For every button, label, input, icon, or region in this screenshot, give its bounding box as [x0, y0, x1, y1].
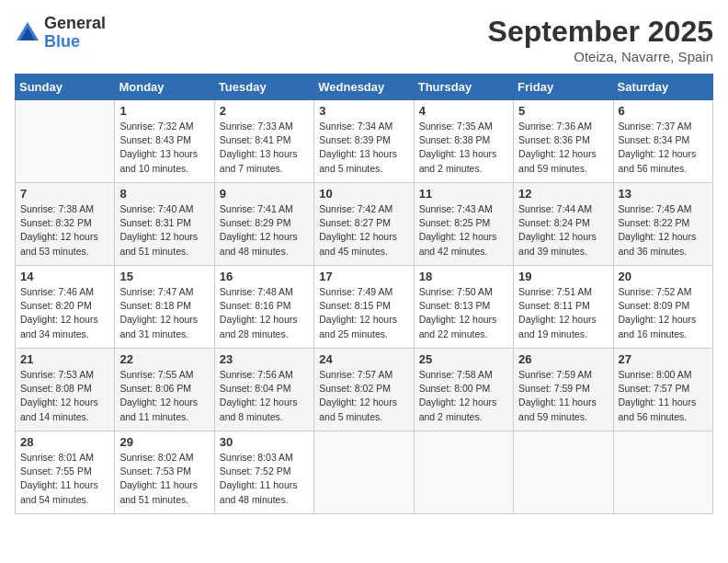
logo: General Blue	[15, 15, 106, 52]
cell-info: Sunrise: 7:41 AM Sunset: 8:29 PM Dayligh…	[220, 202, 309, 259]
day-number: 18	[419, 270, 508, 283]
calendar-cell: 28Sunrise: 8:01 AM Sunset: 7:55 PM Dayli…	[16, 431, 115, 514]
calendar-cell: 12Sunrise: 7:44 AM Sunset: 8:24 PM Dayli…	[514, 183, 613, 266]
calendar-table: SundayMondayTuesdayWednesdayThursdayFrid…	[15, 74, 713, 514]
cell-info: Sunrise: 7:53 AM Sunset: 8:08 PM Dayligh…	[20, 368, 109, 424]
cell-info: Sunrise: 7:33 AM Sunset: 8:41 PM Dayligh…	[220, 120, 309, 176]
logo-general-text: General	[44, 15, 106, 33]
day-number: 16	[220, 270, 309, 283]
day-number: 9	[220, 187, 309, 201]
day-number: 21	[20, 352, 109, 366]
logo-blue-text: Blue	[44, 33, 106, 52]
day-number: 3	[319, 104, 408, 118]
calendar-cell: 7Sunrise: 7:38 AM Sunset: 8:32 PM Daylig…	[16, 183, 115, 266]
calendar-cell: 1Sunrise: 7:32 AM Sunset: 8:43 PM Daylig…	[115, 100, 214, 183]
day-number: 4	[419, 104, 508, 118]
day-number: 13	[619, 187, 708, 201]
cell-info: Sunrise: 7:55 AM Sunset: 8:06 PM Dayligh…	[119, 368, 209, 424]
cell-info: Sunrise: 7:40 AM Sunset: 8:31 PM Dayligh…	[119, 202, 209, 259]
calendar-cell: 16Sunrise: 7:48 AM Sunset: 8:16 PM Dayli…	[214, 266, 313, 349]
cell-info: Sunrise: 7:57 AM Sunset: 8:02 PM Dayligh…	[319, 368, 408, 424]
week-row-2: 7Sunrise: 7:38 AM Sunset: 8:32 PM Daylig…	[16, 183, 713, 266]
calendar-cell: 10Sunrise: 7:42 AM Sunset: 8:27 PM Dayli…	[314, 183, 414, 266]
calendar-cell: 9Sunrise: 7:41 AM Sunset: 8:29 PM Daylig…	[214, 183, 313, 266]
calendar-cell: 8Sunrise: 7:40 AM Sunset: 8:31 PM Daylig…	[115, 183, 214, 266]
day-number: 5	[518, 104, 608, 118]
calendar-cell: 27Sunrise: 8:00 AM Sunset: 7:57 PM Dayli…	[613, 349, 712, 431]
calendar-cell: 22Sunrise: 7:55 AM Sunset: 8:06 PM Dayli…	[115, 349, 214, 431]
cell-info: Sunrise: 7:38 AM Sunset: 8:32 PM Dayligh…	[20, 202, 109, 259]
header-wednesday: Wednesday	[314, 75, 414, 100]
calendar-cell: 14Sunrise: 7:46 AM Sunset: 8:20 PM Dayli…	[16, 266, 115, 349]
week-row-1: 1Sunrise: 7:32 AM Sunset: 8:43 PM Daylig…	[16, 100, 713, 183]
cell-info: Sunrise: 7:34 AM Sunset: 8:39 PM Dayligh…	[319, 120, 408, 176]
header-thursday: Thursday	[414, 75, 513, 100]
calendar-cell: 13Sunrise: 7:45 AM Sunset: 8:22 PM Dayli…	[613, 183, 712, 266]
title-block: September 2025 Oteiza, Navarre, Spain	[488, 15, 713, 64]
week-row-5: 28Sunrise: 8:01 AM Sunset: 7:55 PM Dayli…	[16, 431, 713, 514]
calendar-cell: 15Sunrise: 7:47 AM Sunset: 8:18 PM Dayli…	[115, 266, 214, 349]
cell-info: Sunrise: 7:58 AM Sunset: 8:00 PM Dayligh…	[419, 368, 508, 424]
week-row-4: 21Sunrise: 7:53 AM Sunset: 8:08 PM Dayli…	[16, 349, 713, 431]
day-number: 17	[319, 270, 408, 283]
cell-info: Sunrise: 7:59 AM Sunset: 7:59 PM Dayligh…	[518, 368, 608, 424]
cell-info: Sunrise: 8:00 AM Sunset: 7:57 PM Dayligh…	[619, 368, 708, 424]
day-number: 27	[619, 352, 708, 366]
header-monday: Monday	[115, 75, 214, 100]
calendar-cell: 24Sunrise: 7:57 AM Sunset: 8:02 PM Dayli…	[314, 349, 414, 431]
cell-info: Sunrise: 7:50 AM Sunset: 8:13 PM Dayligh…	[419, 285, 508, 341]
day-number: 15	[119, 270, 209, 283]
calendar-cell: 21Sunrise: 7:53 AM Sunset: 8:08 PM Dayli…	[16, 349, 115, 431]
calendar-cell	[514, 431, 613, 514]
cell-info: Sunrise: 7:36 AM Sunset: 8:36 PM Dayligh…	[518, 120, 608, 176]
header-sunday: Sunday	[16, 75, 115, 100]
calendar-cell	[16, 100, 115, 183]
week-row-3: 14Sunrise: 7:46 AM Sunset: 8:20 PM Dayli…	[16, 266, 713, 349]
cell-info: Sunrise: 7:43 AM Sunset: 8:25 PM Dayligh…	[419, 202, 508, 259]
day-number: 8	[119, 187, 209, 201]
calendar-cell: 20Sunrise: 7:52 AM Sunset: 8:09 PM Dayli…	[613, 266, 712, 349]
cell-info: Sunrise: 7:56 AM Sunset: 8:04 PM Dayligh…	[220, 368, 309, 424]
calendar-cell: 30Sunrise: 8:03 AM Sunset: 7:52 PM Dayli…	[214, 431, 313, 514]
header-friday: Friday	[514, 75, 613, 100]
cell-info: Sunrise: 7:47 AM Sunset: 8:18 PM Dayligh…	[119, 285, 209, 341]
day-number: 6	[619, 104, 708, 118]
calendar-cell: 23Sunrise: 7:56 AM Sunset: 8:04 PM Dayli…	[214, 349, 313, 431]
day-number: 23	[220, 352, 309, 366]
cell-info: Sunrise: 7:48 AM Sunset: 8:16 PM Dayligh…	[220, 285, 309, 341]
calendar-cell: 4Sunrise: 7:35 AM Sunset: 8:38 PM Daylig…	[414, 100, 513, 183]
cell-info: Sunrise: 7:49 AM Sunset: 8:15 PM Dayligh…	[319, 285, 408, 341]
calendar-cell: 18Sunrise: 7:50 AM Sunset: 8:13 PM Dayli…	[414, 266, 513, 349]
calendar-cell: 25Sunrise: 7:58 AM Sunset: 8:00 PM Dayli…	[414, 349, 513, 431]
day-number: 12	[518, 187, 608, 201]
calendar-cell	[613, 431, 712, 514]
calendar-cell: 2Sunrise: 7:33 AM Sunset: 8:41 PM Daylig…	[214, 100, 313, 183]
day-number: 29	[119, 435, 209, 449]
day-number: 11	[419, 187, 508, 201]
cell-info: Sunrise: 7:51 AM Sunset: 8:11 PM Dayligh…	[518, 285, 608, 341]
calendar-cell: 26Sunrise: 7:59 AM Sunset: 7:59 PM Dayli…	[514, 349, 613, 431]
calendar-cell	[314, 431, 414, 514]
header-saturday: Saturday	[613, 75, 712, 100]
cell-info: Sunrise: 8:02 AM Sunset: 7:53 PM Dayligh…	[119, 451, 209, 507]
day-number: 22	[119, 352, 209, 366]
cell-info: Sunrise: 7:32 AM Sunset: 8:43 PM Dayligh…	[119, 120, 209, 176]
calendar-cell: 3Sunrise: 7:34 AM Sunset: 8:39 PM Daylig…	[314, 100, 414, 183]
cell-info: Sunrise: 7:44 AM Sunset: 8:24 PM Dayligh…	[518, 202, 608, 259]
cell-info: Sunrise: 7:37 AM Sunset: 8:34 PM Dayligh…	[619, 120, 708, 176]
month-title: September 2025	[488, 15, 713, 49]
cell-info: Sunrise: 7:46 AM Sunset: 8:20 PM Dayligh…	[20, 285, 109, 341]
page-header: General Blue September 2025 Oteiza, Nava…	[15, 15, 713, 64]
calendar-header-row: SundayMondayTuesdayWednesdayThursdayFrid…	[16, 75, 713, 100]
calendar-cell: 11Sunrise: 7:43 AM Sunset: 8:25 PM Dayli…	[414, 183, 513, 266]
day-number: 26	[518, 352, 608, 366]
header-tuesday: Tuesday	[214, 75, 313, 100]
day-number: 24	[319, 352, 408, 366]
day-number: 14	[20, 270, 109, 283]
calendar-cell	[414, 431, 513, 514]
day-number: 19	[518, 270, 608, 283]
day-number: 7	[20, 187, 109, 201]
cell-info: Sunrise: 8:03 AM Sunset: 7:52 PM Dayligh…	[220, 451, 309, 507]
calendar-cell: 19Sunrise: 7:51 AM Sunset: 8:11 PM Dayli…	[514, 266, 613, 349]
cell-info: Sunrise: 7:35 AM Sunset: 8:38 PM Dayligh…	[419, 120, 508, 176]
